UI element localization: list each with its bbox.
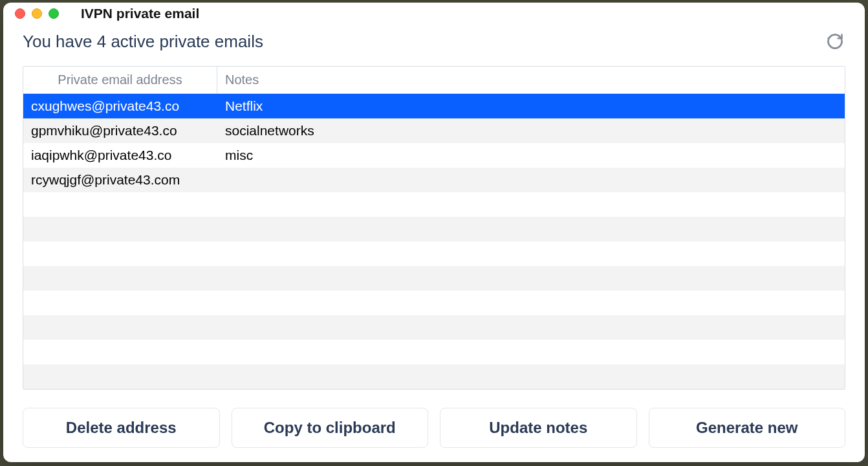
- email-table: Private email address Notes cxughwes@pri…: [23, 66, 845, 390]
- action-buttons: Delete address Copy to clipboard Update …: [23, 408, 845, 448]
- table-row[interactable]: cxughwes@private43.coNetflix: [23, 94, 845, 118]
- table-row[interactable]: [23, 315, 845, 340]
- column-header-email[interactable]: Private email address: [23, 67, 217, 93]
- email-cell: gpmvhiku@private43.co: [23, 123, 217, 139]
- refresh-button[interactable]: [825, 31, 845, 52]
- content-area: You have 4 active private emails Private…: [3, 25, 865, 462]
- copy-to-clipboard-button[interactable]: Copy to clipboard: [232, 408, 429, 448]
- titlebar: IVPN private email: [3, 3, 865, 25]
- table-row[interactable]: [23, 340, 845, 364]
- email-cell: cxughwes@private43.co: [23, 98, 217, 114]
- table-header: Private email address Notes: [23, 67, 845, 94]
- minimize-window-button[interactable]: [32, 8, 42, 19]
- column-header-notes[interactable]: Notes: [217, 67, 845, 93]
- table-row[interactable]: rcywqjgf@private43.com: [23, 168, 845, 192]
- table-row[interactable]: iaqipwhk@private43.comisc: [23, 143, 845, 168]
- notes-cell: socialnetworks: [217, 123, 845, 139]
- table-body: cxughwes@private43.coNetflixgpmvhiku@pri…: [23, 94, 845, 389]
- table-row[interactable]: [23, 217, 845, 241]
- window-title: IVPN private email: [81, 6, 199, 21]
- generate-new-button[interactable]: Generate new: [649, 408, 846, 448]
- email-cell: rcywqjgf@private43.com: [23, 172, 217, 188]
- update-notes-button[interactable]: Update notes: [440, 408, 637, 448]
- app-window: IVPN private email You have 4 active pri…: [3, 3, 865, 462]
- table-row[interactable]: [23, 192, 845, 217]
- table-row[interactable]: gpmvhiku@private43.cosocialnetworks: [23, 118, 845, 143]
- email-cell: iaqipwhk@private43.co: [23, 148, 217, 163]
- notes-cell: misc: [217, 148, 845, 163]
- maximize-window-button[interactable]: [49, 8, 59, 19]
- table-row[interactable]: [23, 291, 845, 315]
- status-text: You have 4 active private emails: [23, 32, 263, 52]
- table-row[interactable]: [23, 364, 845, 389]
- close-window-button[interactable]: [15, 8, 25, 19]
- traffic-lights: [15, 8, 59, 19]
- header-row: You have 4 active private emails: [23, 31, 845, 52]
- table-row[interactable]: [23, 241, 845, 266]
- refresh-icon: [826, 32, 844, 50]
- delete-address-button[interactable]: Delete address: [23, 408, 220, 448]
- table-row[interactable]: [23, 266, 845, 291]
- notes-cell: Netflix: [217, 98, 845, 114]
